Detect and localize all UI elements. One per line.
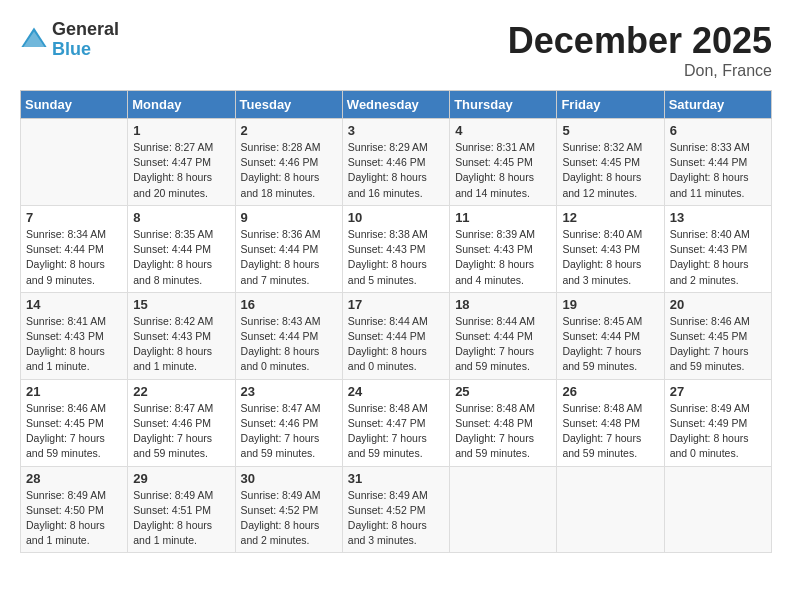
calendar-cell: [21, 119, 128, 206]
day-number: 1: [133, 123, 229, 138]
calendar-cell: 4Sunrise: 8:31 AM Sunset: 4:45 PM Daylig…: [450, 119, 557, 206]
calendar-cell: 9Sunrise: 8:36 AM Sunset: 4:44 PM Daylig…: [235, 205, 342, 292]
day-number: 22: [133, 384, 229, 399]
cell-info: Sunrise: 8:43 AM Sunset: 4:44 PM Dayligh…: [241, 314, 337, 375]
cell-info: Sunrise: 8:42 AM Sunset: 4:43 PM Dayligh…: [133, 314, 229, 375]
calendar-table: SundayMondayTuesdayWednesdayThursdayFrid…: [20, 90, 772, 553]
calendar-week-row: 14Sunrise: 8:41 AM Sunset: 4:43 PM Dayli…: [21, 292, 772, 379]
cell-info: Sunrise: 8:48 AM Sunset: 4:48 PM Dayligh…: [562, 401, 658, 462]
location: Don, France: [508, 62, 772, 80]
calendar-week-row: 21Sunrise: 8:46 AM Sunset: 4:45 PM Dayli…: [21, 379, 772, 466]
day-number: 11: [455, 210, 551, 225]
cell-info: Sunrise: 8:46 AM Sunset: 4:45 PM Dayligh…: [26, 401, 122, 462]
calendar-week-row: 7Sunrise: 8:34 AM Sunset: 4:44 PM Daylig…: [21, 205, 772, 292]
calendar-cell: 10Sunrise: 8:38 AM Sunset: 4:43 PM Dayli…: [342, 205, 449, 292]
calendar-cell: 20Sunrise: 8:46 AM Sunset: 4:45 PM Dayli…: [664, 292, 771, 379]
calendar-cell: 6Sunrise: 8:33 AM Sunset: 4:44 PM Daylig…: [664, 119, 771, 206]
cell-info: Sunrise: 8:49 AM Sunset: 4:52 PM Dayligh…: [241, 488, 337, 549]
day-number: 17: [348, 297, 444, 312]
cell-info: Sunrise: 8:32 AM Sunset: 4:45 PM Dayligh…: [562, 140, 658, 201]
calendar-cell: 26Sunrise: 8:48 AM Sunset: 4:48 PM Dayli…: [557, 379, 664, 466]
calendar-cell: 7Sunrise: 8:34 AM Sunset: 4:44 PM Daylig…: [21, 205, 128, 292]
cell-info: Sunrise: 8:31 AM Sunset: 4:45 PM Dayligh…: [455, 140, 551, 201]
calendar-week-row: 28Sunrise: 8:49 AM Sunset: 4:50 PM Dayli…: [21, 466, 772, 553]
logo-text: General Blue: [52, 20, 119, 60]
cell-info: Sunrise: 8:34 AM Sunset: 4:44 PM Dayligh…: [26, 227, 122, 288]
column-header-sunday: Sunday: [21, 91, 128, 119]
cell-info: Sunrise: 8:49 AM Sunset: 4:50 PM Dayligh…: [26, 488, 122, 549]
day-number: 31: [348, 471, 444, 486]
calendar-cell: 23Sunrise: 8:47 AM Sunset: 4:46 PM Dayli…: [235, 379, 342, 466]
day-number: 12: [562, 210, 658, 225]
calendar-cell: [557, 466, 664, 553]
calendar-cell: 16Sunrise: 8:43 AM Sunset: 4:44 PM Dayli…: [235, 292, 342, 379]
day-number: 26: [562, 384, 658, 399]
logo: General Blue: [20, 20, 119, 60]
calendar-cell: 28Sunrise: 8:49 AM Sunset: 4:50 PM Dayli…: [21, 466, 128, 553]
cell-info: Sunrise: 8:47 AM Sunset: 4:46 PM Dayligh…: [133, 401, 229, 462]
day-number: 25: [455, 384, 551, 399]
logo-general: General: [52, 20, 119, 40]
day-number: 5: [562, 123, 658, 138]
calendar-cell: 25Sunrise: 8:48 AM Sunset: 4:48 PM Dayli…: [450, 379, 557, 466]
day-number: 9: [241, 210, 337, 225]
cell-info: Sunrise: 8:45 AM Sunset: 4:44 PM Dayligh…: [562, 314, 658, 375]
day-number: 27: [670, 384, 766, 399]
calendar-cell: 27Sunrise: 8:49 AM Sunset: 4:49 PM Dayli…: [664, 379, 771, 466]
cell-info: Sunrise: 8:44 AM Sunset: 4:44 PM Dayligh…: [455, 314, 551, 375]
calendar-cell: 17Sunrise: 8:44 AM Sunset: 4:44 PM Dayli…: [342, 292, 449, 379]
cell-info: Sunrise: 8:36 AM Sunset: 4:44 PM Dayligh…: [241, 227, 337, 288]
cell-info: Sunrise: 8:33 AM Sunset: 4:44 PM Dayligh…: [670, 140, 766, 201]
column-header-friday: Friday: [557, 91, 664, 119]
day-number: 16: [241, 297, 337, 312]
cell-info: Sunrise: 8:29 AM Sunset: 4:46 PM Dayligh…: [348, 140, 444, 201]
calendar-cell: 13Sunrise: 8:40 AM Sunset: 4:43 PM Dayli…: [664, 205, 771, 292]
calendar-cell: 30Sunrise: 8:49 AM Sunset: 4:52 PM Dayli…: [235, 466, 342, 553]
calendar-cell: 5Sunrise: 8:32 AM Sunset: 4:45 PM Daylig…: [557, 119, 664, 206]
cell-info: Sunrise: 8:41 AM Sunset: 4:43 PM Dayligh…: [26, 314, 122, 375]
calendar-cell: 1Sunrise: 8:27 AM Sunset: 4:47 PM Daylig…: [128, 119, 235, 206]
day-number: 4: [455, 123, 551, 138]
calendar-cell: 29Sunrise: 8:49 AM Sunset: 4:51 PM Dayli…: [128, 466, 235, 553]
calendar-cell: 12Sunrise: 8:40 AM Sunset: 4:43 PM Dayli…: [557, 205, 664, 292]
cell-info: Sunrise: 8:48 AM Sunset: 4:47 PM Dayligh…: [348, 401, 444, 462]
cell-info: Sunrise: 8:38 AM Sunset: 4:43 PM Dayligh…: [348, 227, 444, 288]
calendar-cell: 15Sunrise: 8:42 AM Sunset: 4:43 PM Dayli…: [128, 292, 235, 379]
day-number: 2: [241, 123, 337, 138]
day-number: 7: [26, 210, 122, 225]
calendar-cell: 22Sunrise: 8:47 AM Sunset: 4:46 PM Dayli…: [128, 379, 235, 466]
day-number: 6: [670, 123, 766, 138]
column-header-monday: Monday: [128, 91, 235, 119]
day-number: 23: [241, 384, 337, 399]
calendar-cell: 19Sunrise: 8:45 AM Sunset: 4:44 PM Dayli…: [557, 292, 664, 379]
calendar-cell: [450, 466, 557, 553]
cell-info: Sunrise: 8:39 AM Sunset: 4:43 PM Dayligh…: [455, 227, 551, 288]
cell-info: Sunrise: 8:40 AM Sunset: 4:43 PM Dayligh…: [562, 227, 658, 288]
cell-info: Sunrise: 8:40 AM Sunset: 4:43 PM Dayligh…: [670, 227, 766, 288]
day-number: 14: [26, 297, 122, 312]
page-header: General Blue December 2025 Don, France: [20, 20, 772, 80]
cell-info: Sunrise: 8:47 AM Sunset: 4:46 PM Dayligh…: [241, 401, 337, 462]
calendar-cell: 31Sunrise: 8:49 AM Sunset: 4:52 PM Dayli…: [342, 466, 449, 553]
column-header-thursday: Thursday: [450, 91, 557, 119]
calendar-cell: [664, 466, 771, 553]
calendar-cell: 14Sunrise: 8:41 AM Sunset: 4:43 PM Dayli…: [21, 292, 128, 379]
cell-info: Sunrise: 8:49 AM Sunset: 4:49 PM Dayligh…: [670, 401, 766, 462]
day-number: 19: [562, 297, 658, 312]
cell-info: Sunrise: 8:48 AM Sunset: 4:48 PM Dayligh…: [455, 401, 551, 462]
logo-icon: [20, 26, 48, 54]
day-number: 29: [133, 471, 229, 486]
day-number: 15: [133, 297, 229, 312]
column-header-wednesday: Wednesday: [342, 91, 449, 119]
cell-info: Sunrise: 8:44 AM Sunset: 4:44 PM Dayligh…: [348, 314, 444, 375]
column-header-tuesday: Tuesday: [235, 91, 342, 119]
day-number: 3: [348, 123, 444, 138]
day-number: 10: [348, 210, 444, 225]
cell-info: Sunrise: 8:27 AM Sunset: 4:47 PM Dayligh…: [133, 140, 229, 201]
logo-blue: Blue: [52, 40, 119, 60]
calendar-header-row: SundayMondayTuesdayWednesdayThursdayFrid…: [21, 91, 772, 119]
day-number: 28: [26, 471, 122, 486]
day-number: 21: [26, 384, 122, 399]
calendar-week-row: 1Sunrise: 8:27 AM Sunset: 4:47 PM Daylig…: [21, 119, 772, 206]
title-section: December 2025 Don, France: [508, 20, 772, 80]
